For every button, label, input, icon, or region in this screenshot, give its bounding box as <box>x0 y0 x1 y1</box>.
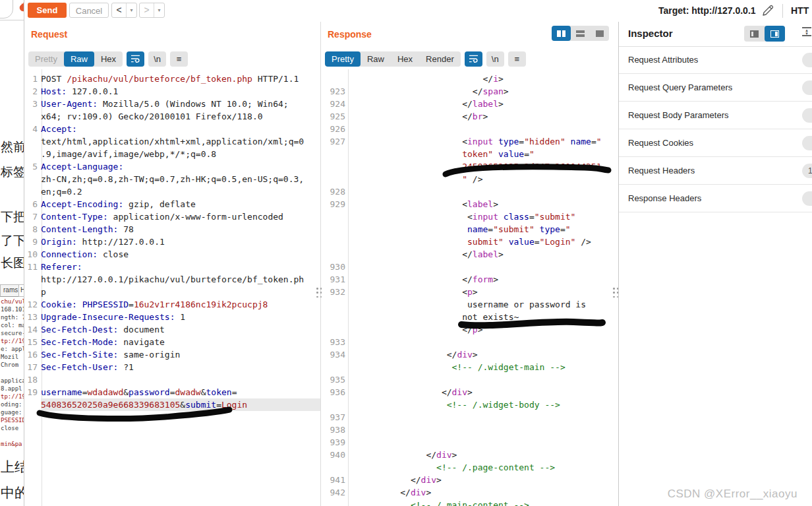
code-line[interactable]: 1POST /pikachu/vul/burteforce/bf_token.p… <box>24 73 320 85</box>
code-line[interactable]: 3User-Agent: Mozilla/5.0 (Windows NT 10.… <box>24 98 320 110</box>
code-line[interactable]: 929 <label> <box>321 198 619 210</box>
response-tab-pretty[interactable]: Pretty <box>325 51 361 67</box>
code-line[interactable]: 933 <box>321 336 619 348</box>
code-line[interactable]: username or password is <box>321 298 619 311</box>
code-line[interactable]: 936 </div> <box>321 386 619 398</box>
code-line[interactable]: 931 </form> <box>321 273 619 286</box>
code-line[interactable]: 923 </span> <box>321 85 619 98</box>
code-line[interactable]: 10Connection: close <box>24 248 320 261</box>
dock-left-button[interactable] <box>744 26 765 42</box>
code-line[interactable]: 5Accept-Language: <box>24 160 320 173</box>
code-line[interactable]: name="submit" type=" <box>321 223 619 236</box>
inspector-section-request-query-parameters[interactable]: Request Query Parameters <box>619 74 812 102</box>
response-tab-hex[interactable]: Hex <box>391 51 419 67</box>
forward-dropdown-caret-icon[interactable]: ▾ <box>154 3 164 17</box>
code-line[interactable]: 935 <box>321 373 619 386</box>
code-line[interactable]: 16Sec-Fetch-Site: same-origin <box>24 348 320 361</box>
code-line[interactable]: 6Accept-Encoding: gzip, deflate <box>24 198 320 210</box>
code-line[interactable]: <!-- /.widget-body --> <box>321 398 619 411</box>
code-line[interactable]: 932 <p> <box>321 286 619 298</box>
code-line[interactable]: 937 <box>321 411 619 424</box>
code-line[interactable]: 934 </div> <box>321 348 619 361</box>
code-line[interactable]: " /> <box>321 173 619 185</box>
collapse-expand-icon[interactable]: ▴▾ <box>801 27 812 36</box>
history-back-button[interactable]: < <box>112 3 126 17</box>
code-line[interactable]: 11Referer: <box>24 261 320 273</box>
code-line[interactable]: http://127.0.0.1/pikachu/vul/burteforce/… <box>24 273 320 286</box>
dock-right-button[interactable] <box>765 26 785 42</box>
response-menu-button[interactable]: ≡ <box>508 51 526 67</box>
code-line[interactable]: 19username=wdadawd&password=dwadw&token= <box>24 386 320 398</box>
response-tab-raw[interactable]: Raw <box>361 51 391 67</box>
code-line[interactable]: zh-CN,zh;q=0.8,zh-TW;q=0.7,zh-HK;q=0.5,e… <box>24 173 320 185</box>
code-line[interactable]: 18 <box>24 373 320 386</box>
line-text: Cookie: PHPSESSID=16u2v1rr4186nc19ik2pcu… <box>41 298 320 311</box>
code-line[interactable]: 24592652025c8d647a260044351 <box>321 160 619 173</box>
code-line[interactable]: 4Accept: <box>24 123 320 135</box>
code-line[interactable]: </p> <box>321 323 619 336</box>
code-line[interactable]: text/html,application/xhtml+xml,applicat… <box>24 135 320 148</box>
back-dropdown-caret-icon[interactable]: ▾ <box>126 3 136 17</box>
request-editor[interactable]: 1POST /pikachu/vul/burteforce/bf_token.p… <box>24 69 320 506</box>
inspector-section-request-headers[interactable]: Request Headers1 <box>619 157 812 185</box>
inspector-section-request-cookies[interactable]: Request Cookies <box>619 129 812 157</box>
background-text-fragment: close <box>1 425 18 431</box>
code-line[interactable]: 14Sec-Fetch-Dest: document <box>24 323 320 336</box>
show-newlines-button[interactable]: \n <box>148 51 166 67</box>
inspector-section-request-body-parameters[interactable]: Request Body Parameters <box>619 102 812 129</box>
edit-target-pencil-icon[interactable] <box>761 5 774 20</box>
request-tab-raw[interactable]: Raw <box>64 51 94 67</box>
inspector-section-response-headers[interactable]: Response Headers <box>619 185 812 212</box>
word-wrap-toggle-icon[interactable] <box>465 51 482 67</box>
code-line[interactable]: 928 <box>321 185 619 198</box>
response-editor[interactable]: </i>923 </span>924 </label>925 </br>9269… <box>321 69 619 506</box>
request-tab-pretty[interactable]: Pretty <box>28 51 64 67</box>
cancel-button[interactable]: Cancel <box>69 3 109 18</box>
request-tab-hex[interactable]: Hex <box>94 51 123 67</box>
code-line[interactable]: <input class="submit" <box>321 210 619 223</box>
code-line[interactable]: 942 </div> <box>321 486 619 499</box>
code-line[interactable]: token" value=" <box>321 148 619 160</box>
code-line[interactable]: submit" value="Login" /> <box>321 236 619 248</box>
code-line[interactable]: 930 <box>321 261 619 273</box>
code-line[interactable]: 941 </div> <box>321 474 619 486</box>
code-line[interactable]: 7Content-Type: application/x-www-form-ur… <box>24 210 320 223</box>
code-line[interactable]: x64; rv:109.0) Gecko/20100101 Firefox/11… <box>24 110 320 123</box>
code-line[interactable]: <!-- /.main-content --> <box>321 499 619 506</box>
code-line[interactable]: 8Content-Length: 78 <box>24 223 320 236</box>
code-line[interactable]: 938 <box>321 424 619 436</box>
code-line[interactable]: 925 </br> <box>321 110 619 123</box>
code-line[interactable]: </label> <box>321 248 619 261</box>
code-line[interactable]: 939 <box>321 436 619 449</box>
code-line[interactable]: </i> <box>321 73 619 85</box>
layout-columns-button[interactable] <box>552 26 571 41</box>
show-newlines-button[interactable]: \n <box>486 51 504 67</box>
code-line[interactable]: 926 <box>321 123 619 135</box>
code-line[interactable]: p <box>24 286 320 298</box>
code-line[interactable]: .9,image/avif,image/webp,*/*;q=0.8 <box>24 148 320 160</box>
code-line[interactable]: 9Origin: http://127.0.0.1 <box>24 236 320 248</box>
request-response-splitter-handle[interactable] <box>316 288 322 299</box>
layout-single-button[interactable] <box>590 26 609 41</box>
code-line[interactable]: 13Upgrade-Insecure-Requests: 1 <box>24 311 320 323</box>
code-line[interactable]: <!-- /.widget-main --> <box>321 361 619 373</box>
code-line[interactable]: not exists~ <box>321 311 619 323</box>
code-line[interactable]: 15Sec-Fetch-Mode: navigate <box>24 336 320 348</box>
request-menu-button[interactable]: ≡ <box>170 51 188 67</box>
code-line[interactable]: 940 </div> <box>321 449 619 461</box>
history-forward-button[interactable]: > <box>140 3 154 17</box>
code-line[interactable]: 540836520250a9e668339683105&submit=Login <box>24 398 320 411</box>
inspector-section-request-attributes[interactable]: Request Attributes <box>619 46 812 74</box>
code-line[interactable]: en;q=0.2 <box>24 185 320 198</box>
send-button[interactable]: Send <box>28 3 67 18</box>
code-line[interactable]: 924 </label> <box>321 98 619 110</box>
code-line[interactable]: 12Cookie: PHPSESSID=16u2v1rr4186nc19ik2p… <box>24 298 320 311</box>
response-inspector-splitter-handle[interactable] <box>613 288 619 299</box>
code-line[interactable]: <!-- /.page-content --> <box>321 461 619 474</box>
response-tab-render[interactable]: Render <box>419 51 461 67</box>
layout-rows-button[interactable] <box>571 26 590 41</box>
code-line[interactable]: 2Host: 127.0.0.1 <box>24 85 320 98</box>
code-line[interactable]: 927 <input type="hidden" name=" <box>321 135 619 148</box>
word-wrap-toggle-icon[interactable] <box>127 51 144 67</box>
code-line[interactable]: 17Sec-Fetch-User: ?1 <box>24 361 320 373</box>
